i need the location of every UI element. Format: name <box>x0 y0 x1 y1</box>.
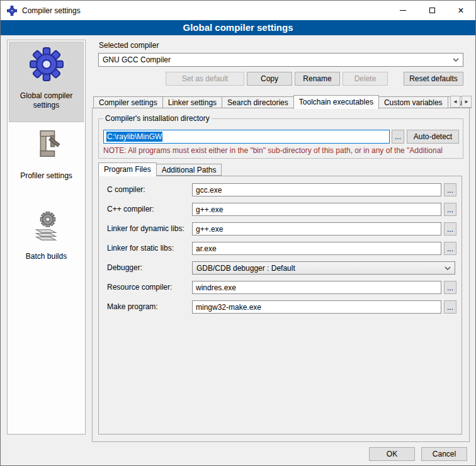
c-compiler-input[interactable] <box>192 183 441 196</box>
tab-scroll-right-button[interactable]: ► <box>462 96 472 108</box>
tab-toolchain-executables[interactable]: Toolchain executables <box>293 95 379 109</box>
installation-directory-selected-text: C:\raylib\MinGW <box>106 132 162 142</box>
sidebar-item-label: Profiler settings <box>18 171 74 181</box>
window-title: Compiler settings <box>22 6 81 15</box>
rename-button[interactable]: Rename <box>295 72 340 86</box>
right-arrow-icon: ► <box>464 99 469 105</box>
tab-custom-variables[interactable]: Custom variables <box>378 96 448 108</box>
ok-button[interactable]: OK <box>369 447 415 461</box>
make-program-label: Make program: <box>107 300 158 314</box>
sidebar-item-global-compiler-settings[interactable]: Global compiler settings <box>9 42 84 122</box>
linker-static-browse-button[interactable]: ... <box>444 242 456 255</box>
tab-compiler-settings[interactable]: Compiler settings <box>93 96 163 108</box>
make-program-input[interactable] <box>192 300 441 314</box>
compiler-button-row: Set as default Copy Rename Delete Reset … <box>98 72 463 86</box>
set-as-default-button[interactable]: Set as default <box>166 72 244 86</box>
debugger-select-value: GDB/CDB debugger : Default <box>196 264 295 273</box>
tab-scroll-controls: ◄ ► <box>450 96 472 108</box>
sidebar: Global compiler settings Profiler settin… <box>7 40 86 435</box>
debugger-select[interactable]: GDB/CDB debugger : Default <box>192 261 455 275</box>
tab-strip: Compiler settings Linker settings Search… <box>93 94 471 108</box>
installation-directory-group-label: Compiler's installation directory <box>103 114 212 123</box>
installation-directory-input[interactable]: C:\raylib\MinGW <box>103 130 390 144</box>
tab-scroll-left-button[interactable]: ◄ <box>450 96 460 108</box>
maximize-button[interactable] <box>417 1 446 20</box>
compiler-select[interactable]: GNU GCC Compiler <box>98 53 463 67</box>
c-compiler-browse-button[interactable]: ... <box>444 183 456 196</box>
cpp-compiler-input[interactable] <box>192 203 441 216</box>
tab-search-directories[interactable]: Search directories <box>222 96 294 108</box>
chevron-down-icon <box>453 58 459 62</box>
resource-compiler-input[interactable] <box>192 281 441 294</box>
window-icon <box>7 6 17 16</box>
tab-program-files[interactable]: Program Files <box>98 162 157 176</box>
compiler-select-value: GNU GCC Compiler <box>103 55 171 64</box>
left-arrow-icon: ◄ <box>453 99 458 105</box>
profiler-clamp-icon <box>30 127 64 161</box>
gear-icon <box>30 47 64 81</box>
sidebar-item-label: Batch builds <box>24 252 69 261</box>
sidebar-item-label: Global compiler settings <box>9 91 83 110</box>
linker-dynamic-label: Linker for dynamic libs: <box>107 222 184 236</box>
reset-defaults-button[interactable]: Reset defaults <box>404 72 463 86</box>
linker-dynamic-input[interactable] <box>192 222 441 236</box>
compiler-settings-window: Compiler settings × Global compiler sett… <box>0 0 476 466</box>
minimize-button[interactable] <box>388 1 417 20</box>
selected-compiler-label: Selected compiler <box>99 41 159 50</box>
program-tab-strip: Program Files Additional Paths <box>98 162 221 176</box>
maximize-icon <box>429 8 435 13</box>
note-text: NOTE: All programs must exist either in … <box>103 146 467 155</box>
close-button[interactable]: × <box>446 1 475 20</box>
resource-compiler-browse-button[interactable]: ... <box>444 281 456 294</box>
dialog-header: Global compiler settings <box>1 20 475 35</box>
debugger-label: Debugger: <box>107 261 142 275</box>
tab-linker-settings[interactable]: Linker settings <box>162 96 222 108</box>
dialog-header-title: Global compiler settings <box>183 22 293 33</box>
close-icon: × <box>458 6 463 16</box>
window-controls: × <box>388 1 475 20</box>
cpp-compiler-label: C++ compiler: <box>107 203 154 216</box>
copy-button[interactable]: Copy <box>247 72 292 86</box>
chevron-down-icon <box>445 266 451 270</box>
linker-static-label: Linker for static libs: <box>107 242 174 255</box>
resource-compiler-label: Resource compiler: <box>107 281 172 294</box>
tab-additional-paths[interactable]: Additional Paths <box>156 164 222 176</box>
autodetect-button[interactable]: Auto-detect <box>407 130 459 144</box>
installation-directory-browse-button[interactable]: ... <box>392 130 404 144</box>
program-files-panel: C compiler: ... C++ compiler: ... Linker… <box>98 176 462 435</box>
sidebar-item-batch-builds[interactable]: Batch builds <box>9 203 84 283</box>
cpp-compiler-browse-button[interactable]: ... <box>444 203 456 216</box>
titlebar: Compiler settings × <box>1 1 475 20</box>
minimize-icon <box>400 10 406 11</box>
cancel-button[interactable]: Cancel <box>421 447 467 461</box>
c-compiler-label: C compiler: <box>107 183 145 196</box>
batch-builds-icon <box>30 208 64 242</box>
make-program-browse-button[interactable]: ... <box>444 300 456 314</box>
linker-dynamic-browse-button[interactable]: ... <box>444 222 456 236</box>
delete-button[interactable]: Delete <box>343 72 388 86</box>
sidebar-item-profiler-settings[interactable]: Profiler settings <box>9 122 84 203</box>
linker-static-input[interactable] <box>192 242 441 255</box>
